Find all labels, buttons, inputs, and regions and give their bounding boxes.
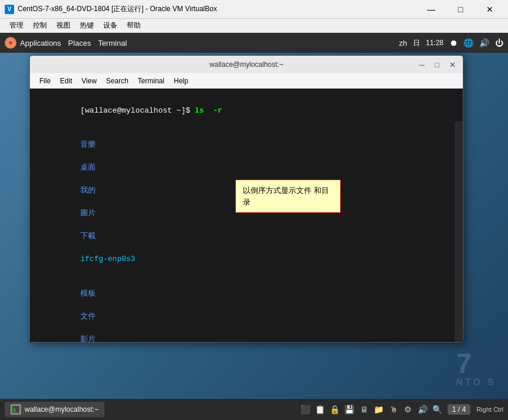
right-ctrl-label: Right Ctrl: [476, 406, 503, 413]
terminal-minimize-button[interactable]: ─: [415, 58, 429, 71]
taskbar-icon-7[interactable]: 🖱: [387, 403, 400, 416]
centos-watermark: 7 NTO S: [456, 350, 496, 387]
desktop-area: 7 NTO S wallace@mylocalhost:~ ─ □ ✕ File…: [0, 53, 508, 399]
terminal-line-3: 模板 文件 影片 公共 runlevel5.target crontab: [35, 276, 458, 342]
terminal-menu-search[interactable]: Search: [101, 76, 133, 86]
vbox-menu-devices[interactable]: 设备: [99, 19, 122, 32]
gnome-topbar: Applications Places Terminal zh 日 11:28 …: [0, 33, 508, 53]
taskbar-icon-10[interactable]: 🔍: [431, 403, 444, 416]
svg-point-1: [9, 41, 12, 45]
gnome-terminal-menu[interactable]: Terminal: [98, 39, 127, 48]
terminal-restore-button[interactable]: □: [430, 58, 444, 71]
terminal-command: ls -r: [195, 106, 222, 115]
gnome-calendar-icon: 日: [413, 38, 420, 48]
vbox-minimize-button[interactable]: —: [418, 0, 445, 19]
taskbar-icon-5[interactable]: 🖥: [358, 403, 371, 416]
term-col-music: 音樂: [80, 140, 96, 149]
term-col-download: 下載: [80, 232, 96, 241]
gnome-places-menu[interactable]: Places: [68, 39, 91, 48]
terminal-menu-terminal[interactable]: Terminal: [133, 76, 169, 86]
gnome-volume-icon: 🔊: [479, 38, 489, 48]
terminal-content[interactable]: [wallace@mylocalhost ~]$ ls -r 音樂 桌面 我的 …: [30, 89, 463, 342]
vbox-menu-help[interactable]: 帮助: [122, 19, 145, 32]
taskbar-icon-9[interactable]: 🔊: [416, 403, 429, 416]
taskbar-terminal-icon: $: [11, 404, 21, 415]
vbox-menu-control[interactable]: 控制: [28, 19, 52, 32]
tooltip-box: 以倒序方式显示文件 和目录: [235, 179, 341, 213]
term-col-my: 我的: [80, 186, 96, 195]
taskbar-right: ⬛ 📋 🔒 💾 🖥 📁 🖱 ⚙ 🔊 🔍 1 / 4 Right Ctrl: [299, 403, 503, 416]
vbox-titlebar: V CentOS-7-x86_64-DVD-1804 [正在运行] - Orac…: [0, 0, 508, 19]
term-col-pics: 圖片: [80, 209, 96, 218]
taskbar-icon-4[interactable]: 💾: [343, 403, 356, 416]
vbox-menu-manage[interactable]: 管理: [5, 19, 28, 32]
gnome-topbar-right: zh 日 11:28 ⏺ 🌐 🔊 ⏻: [399, 38, 503, 48]
vbox-title: CentOS-7-x86_64-DVD-1804 [正在运行] - Oracle…: [18, 4, 418, 14]
taskbar-system-icons: ⬛ 📋 🔒 💾 🖥 📁 🖱 ⚙ 🔊 🔍: [299, 403, 444, 416]
term-col-template: 模板: [80, 289, 96, 298]
term-col-files: 文件: [80, 312, 96, 321]
page-indicator: 1 / 4: [448, 404, 470, 415]
gnome-language: zh: [399, 39, 407, 48]
vbox-menu-hotkey[interactable]: 热键: [75, 19, 99, 32]
terminal-titlebar: wallace@mylocalhost:~ ─ □ ✕: [30, 56, 463, 73]
terminal-menu-file[interactable]: File: [35, 76, 55, 86]
taskbar-app-label: wallace@mylocalhost:~: [25, 405, 99, 414]
taskbar-terminal-app[interactable]: $ wallace@mylocalhost:~: [5, 402, 104, 417]
terminal-scrollbar[interactable]: [455, 121, 463, 342]
gnome-record-icon: ⏺: [449, 38, 458, 48]
terminal-menu-view[interactable]: View: [77, 76, 101, 86]
terminal-close-button[interactable]: ✕: [445, 58, 459, 71]
taskbar-icon-6[interactable]: 📁: [372, 403, 385, 416]
taskbar: $ wallace@mylocalhost:~ ⬛ 📋 🔒 💾 🖥 📁 🖱 ⚙ …: [0, 399, 508, 420]
taskbar-icon-2[interactable]: 📋: [314, 403, 327, 416]
svg-text:$: $: [13, 407, 16, 413]
vbox-icon: V: [5, 5, 14, 14]
guest-os-area: Applications Places Terminal zh 日 11:28 …: [0, 33, 508, 399]
taskbar-icon-8[interactable]: ⚙: [402, 403, 415, 416]
gnome-logo: [5, 37, 16, 49]
vbox-window-controls: — □ ✕: [418, 0, 503, 19]
terminal-line-1: [wallace@mylocalhost ~]$ ls -r: [35, 93, 458, 128]
terminal-window-controls: ─ □ ✕: [415, 58, 459, 71]
gnome-power-icon: ⏻: [495, 38, 503, 48]
taskbar-icon-3[interactable]: 🔒: [328, 403, 341, 416]
vbox-menu-view[interactable]: 视图: [52, 19, 75, 32]
terminal-menu-help[interactable]: Help: [169, 76, 193, 86]
terminal-prompt-1: [wallace@mylocalhost ~]$: [80, 106, 195, 115]
terminal-menubar: File Edit View Search Terminal Help: [30, 73, 463, 89]
vbox-maximize-button[interactable]: □: [447, 0, 474, 19]
gnome-network-icon: 🌐: [463, 38, 473, 48]
term-col-video: 影片: [80, 335, 96, 343]
vbox-menubar: 管理 控制 视图 热键 设备 帮助: [0, 19, 508, 33]
terminal-window: wallace@mylocalhost:~ ─ □ ✕ File Edit Vi…: [29, 55, 463, 343]
terminal-title: wallace@mylocalhost:~: [35, 60, 458, 69]
gnome-clock: 11:28: [426, 39, 443, 47]
terminal-menu-edit[interactable]: Edit: [55, 76, 77, 86]
term-col-ifcfg: ifcfg-enp0s3: [80, 255, 136, 263]
tooltip-text: 以倒序方式显示文件 和目录: [243, 186, 329, 206]
term-col-desktop: 桌面: [80, 163, 96, 172]
taskbar-icon-1[interactable]: ⬛: [299, 403, 312, 416]
vbox-close-button[interactable]: ✕: [476, 0, 503, 19]
gnome-applications-menu[interactable]: Applications: [20, 39, 61, 48]
